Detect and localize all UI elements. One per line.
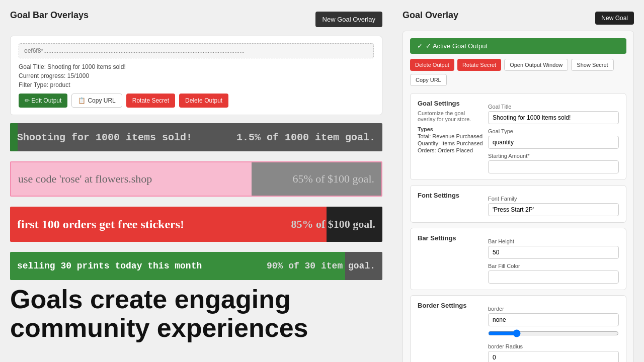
copy-url-sm-button[interactable]: Copy URL (410, 74, 447, 86)
goal-types-label: Types (418, 126, 483, 132)
bar1-left-text: Shooting for 1000 items sold! (17, 132, 192, 143)
preview-bar-1: Shooting for 1000 items sold! 1.5% of 10… (10, 123, 382, 151)
bar3-right-text: 85% of $100 goal. (291, 218, 375, 231)
border-settings-title: Border Settings (418, 302, 483, 309)
show-secret-button[interactable]: Show Secret (571, 59, 613, 71)
page-title: Goal Bar Overlays (10, 10, 89, 21)
delete-output-sm-button[interactable]: Delete Output (410, 59, 454, 71)
bar-settings-title: Bar Settings (418, 234, 483, 242)
output-actions: Delete Output Rotate Secret Open Output … (410, 59, 626, 86)
preview-bar-4: selling 30 prints today this month 90% o… (10, 252, 382, 280)
border-settings-row: Border Settings border none border Radiu… (418, 302, 619, 362)
goal-type-quantity: Quantity: Items Purchased (418, 140, 483, 146)
new-goal-overlay-button[interactable]: New Goal Overlay (315, 12, 382, 27)
copy-icon: 📋 (78, 97, 86, 104)
active-goal-banner: ✓ ✓ Active Goal Output (410, 38, 626, 54)
goal-type-orders: Orders: Orders Placed (418, 147, 483, 153)
font-settings-row: Font Settings Font Family (418, 192, 619, 216)
goal-settings-row: Goal Settings Customize the goal overlay… (418, 100, 619, 173)
bar-fill-color-label: Bar Fill Color (488, 263, 619, 269)
border-settings-right: border none border Radius Filter Type pr… (488, 302, 619, 362)
goal-type-select[interactable]: quantity (488, 136, 619, 149)
bar2-right-text: 65% of $100 goal. (292, 172, 374, 186)
bar3-left-text: first 100 orders get free stickers! (17, 218, 184, 231)
bar-height-label: Bar Height (488, 238, 619, 244)
border-slider[interactable] (488, 329, 619, 337)
bar-settings-right: Bar Height Bar Fill Color (488, 234, 619, 284)
starting-amount-label: Starting Amount* (488, 153, 619, 159)
starting-amount-input[interactable] (488, 160, 619, 173)
tagline: Goals create engaging community experien… (10, 285, 382, 342)
goal-title-input[interactable] (488, 111, 619, 124)
border-radius-label: border Radius (488, 343, 619, 349)
goal-settings-right: Goal Title Goal Type quantity Starting A… (488, 100, 619, 173)
goal-settings-title: Goal Settings (418, 100, 483, 107)
checkmark-icon: ✓ (417, 42, 423, 50)
copy-url-button[interactable]: 📋 Copy URL (71, 94, 122, 108)
bar4-left-text: selling 30 prints today this month (17, 261, 202, 271)
goal-settings-left: Goal Settings Customize the goal overlay… (418, 100, 483, 173)
goal-filter-meta: Filter Type: product (19, 81, 374, 88)
left-panel: Goal Bar Overlays New Goal Overlay eef6f… (10, 10, 382, 342)
bar4-right-text: 90% of 30 item goal. (267, 261, 375, 271)
goal-type-revenue: Total: Revenue Purchased (418, 133, 483, 139)
new-goal-button-right[interactable]: New Goal (595, 12, 634, 25)
edit-output-button[interactable]: ✏ Edit Output (19, 94, 67, 108)
rotate-secret-button[interactable]: Rotate Secret (126, 94, 175, 108)
bar-settings-row: Bar Settings Bar Height Bar Fill Color (418, 234, 619, 284)
goal-progress-meta: Current progress: 15/1000 (19, 72, 374, 79)
goal-card: eef6f8*.................................… (10, 36, 382, 115)
right-panel-inner: ✓ ✓ Active Goal Output Delete Output Rot… (403, 31, 634, 362)
font-settings-card: Font Settings Font Family (410, 185, 626, 223)
border-radius-input[interactable] (488, 351, 619, 362)
font-settings-left: Font Settings (418, 192, 483, 216)
goal-type-label: Goal Type (488, 128, 619, 134)
bar1-right-text: 1.5% of 1000 item goal. (236, 132, 375, 143)
font-family-label: Font Family (488, 196, 619, 202)
goal-settings-card: Goal Settings Customize the goal overlay… (410, 93, 626, 180)
bar-settings-left: Bar Settings (418, 234, 483, 284)
bar-height-input[interactable] (488, 246, 619, 259)
goal-card-actions: ✏ Edit Output 📋 Copy URL Rotate Secret D… (19, 94, 374, 108)
goal-settings-desc: Customize the goal overlay for your stor… (418, 110, 483, 122)
preview-bar-2: use code 'rose' at flowers.shop 65% of $… (10, 161, 382, 197)
bar1-fill (10, 123, 18, 151)
bar-fill-color-input[interactable] (488, 270, 619, 284)
border-select[interactable]: none (488, 313, 619, 326)
font-family-input[interactable] (488, 203, 619, 216)
goal-title-meta: Goal Title: Shooting for 1000 items sold… (19, 63, 374, 70)
border-settings-left: Border Settings (418, 302, 483, 362)
preview-bar-3: first 100 orders get free stickers! 85% … (10, 207, 382, 242)
bar-settings-card: Bar Settings Bar Height Bar Fill Color (410, 228, 626, 290)
goal-url-display: eef6f8*.................................… (19, 43, 374, 58)
font-settings-title: Font Settings (418, 192, 483, 199)
goal-title-label: Goal Title (488, 104, 619, 110)
bar2-left-text: use code 'rose' at flowers.shop (18, 172, 152, 186)
font-settings-right: Font Family (488, 192, 619, 216)
right-panel-title: Goal Overlay (403, 10, 458, 21)
border-label: border (488, 306, 619, 312)
open-output-window-button[interactable]: Open Output Window (504, 59, 568, 71)
right-panel: Goal Overlay New Goal ✓ ✓ Active Goal Ou… (403, 10, 634, 362)
delete-output-button[interactable]: Delete Output (179, 94, 228, 108)
border-settings-card: Border Settings border none border Radiu… (410, 295, 626, 362)
rotate-secret-sm-button[interactable]: Rotate Secret (457, 59, 501, 71)
